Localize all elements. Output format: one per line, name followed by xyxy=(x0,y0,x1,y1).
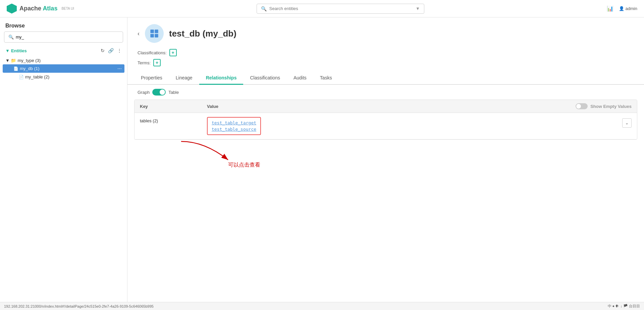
tab-audits[interactable]: Audits xyxy=(287,72,313,85)
sidebar-tree: ▼ 📁 my_type (3) 📄 my_db (1) ⋯ 📄 my_table… xyxy=(0,56,127,82)
tabs: Properties Lineage Relationships Classif… xyxy=(127,72,644,85)
sidebar: Browse 🔍 ▼ Entities ↻ 🔗 ⋮ ▼ 📁 my_type (3… xyxy=(0,17,127,302)
show-empty-label: Show Empty Values xyxy=(590,104,632,109)
sidebar-search-icon: 🔍 xyxy=(8,35,14,40)
terms-label: Terms: xyxy=(138,60,151,65)
group-label: my_type (3) xyxy=(17,58,41,63)
back-button[interactable]: ‹ xyxy=(138,30,140,37)
tree-group-header[interactable]: ▼ 📁 my_type (3) xyxy=(3,57,124,64)
link-icon[interactable]: 🔗 xyxy=(108,48,114,53)
add-classification-button[interactable]: + xyxy=(169,49,177,56)
svg-rect-1 xyxy=(155,29,158,33)
statusbar-right: 中 ● 🗣 ↓ 🏴 台目目 xyxy=(608,304,640,309)
chevron-down-icon: ▼ xyxy=(5,48,10,53)
status-url: 192.168.202.31:21000/n/index.html#!/deta… xyxy=(4,304,154,308)
user-menu[interactable]: 👤 admin xyxy=(619,6,637,11)
classifications-label: Classifications: xyxy=(138,50,167,55)
tree-item-label: my_db (1) xyxy=(20,66,40,71)
topnav: Apache Atlas BETA UI 🔍 ▼ 📊 👤 admin xyxy=(0,0,644,17)
key-column-header: Key xyxy=(140,104,207,109)
row-action: ⌄ xyxy=(622,117,632,128)
file-icon: 📄 xyxy=(19,75,24,79)
annotation-arrow xyxy=(178,140,245,167)
expand-button[interactable]: ⌄ xyxy=(622,118,632,128)
entity-header: ‹ test_db (my_db) xyxy=(127,17,644,46)
sidebar-section: ▼ Entities ↻ 🔗 ⋮ xyxy=(0,45,127,56)
value-link-2[interactable]: test_table_source xyxy=(212,127,256,132)
row-key: tables (2) xyxy=(140,117,207,123)
status-icons: 中 ● 🗣 ↓ 🏴 台目目 xyxy=(608,304,640,309)
svg-rect-2 xyxy=(150,34,154,38)
toggle-knob xyxy=(160,89,165,95)
tab-properties[interactable]: Properties xyxy=(134,72,169,85)
sidebar-search-box: 🔍 xyxy=(4,32,123,43)
refresh-icon[interactable]: ↻ xyxy=(101,48,105,53)
table-label: Table xyxy=(168,90,179,95)
relationships-table: Key Value Show Empty Values tables (2) t… xyxy=(134,100,637,140)
entity-icon xyxy=(145,24,164,43)
content-area: ‹ test_db (my_db) Classifications: + Ter… xyxy=(127,17,644,302)
entity-title: test_db (my_db) xyxy=(169,28,236,39)
main-layout: Browse 🔍 ▼ Entities ↻ 🔗 ⋮ ▼ 📁 my_type (3… xyxy=(0,17,644,302)
tab-tasks[interactable]: Tasks xyxy=(313,72,339,85)
add-term-button[interactable]: + xyxy=(153,59,161,66)
entities-label[interactable]: ▼ Entities xyxy=(5,48,27,53)
tab-lineage[interactable]: Lineage xyxy=(169,72,199,85)
search-icon: 🔍 xyxy=(261,6,267,11)
sidebar-title: Browse xyxy=(0,17,127,32)
logo-icon xyxy=(7,4,17,14)
table-row: tables (2) test_table_target test_table_… xyxy=(135,113,637,139)
file-icon: 📄 xyxy=(13,66,18,71)
folder-icon: ▼ 📁 xyxy=(5,58,16,63)
value-link-1[interactable]: test_table_target xyxy=(212,120,256,125)
value-column-header: Value xyxy=(207,104,576,109)
value-box: test_table_target test_table_source xyxy=(207,117,261,135)
view-toggle-switch[interactable] xyxy=(152,89,166,96)
tab-relationships[interactable]: Relationships xyxy=(199,72,244,85)
tree-item-my-table[interactable]: 📄 my_table (2) xyxy=(3,73,124,81)
sidebar-search-input[interactable] xyxy=(16,35,119,40)
statusbar: 192.168.202.31:21000/n/index.html#!/deta… xyxy=(0,302,644,310)
show-empty-knob xyxy=(576,104,581,109)
show-empty-toggle: Show Empty Values xyxy=(576,103,632,109)
logo-text: Apache Atlas xyxy=(19,5,57,12)
beta-label: BETA UI xyxy=(61,7,74,10)
svg-rect-0 xyxy=(150,29,154,33)
tab-classifications[interactable]: Classifications xyxy=(243,72,286,85)
annotation-text: 可以点击查看 xyxy=(228,162,260,169)
logo-area: Apache Atlas BETA UI xyxy=(7,4,74,14)
graph-label: Graph xyxy=(138,90,150,95)
item-more-icon[interactable]: ⋯ xyxy=(117,66,122,71)
search-bar: 🔍 ▼ xyxy=(257,4,424,14)
show-empty-toggle-switch[interactable] xyxy=(576,103,588,109)
tree-item-my-db[interactable]: 📄 my_db (1) ⋯ xyxy=(3,64,124,73)
sidebar-actions: ↻ 🔗 ⋮ xyxy=(101,48,122,53)
search-dropdown-icon[interactable]: ▼ xyxy=(416,6,420,11)
nav-right: 📊 👤 admin xyxy=(607,5,637,12)
view-toggle: Graph Table xyxy=(127,85,644,100)
row-value: test_table_target test_table_source xyxy=(207,117,622,135)
entity-meta: Classifications: + Terms: + xyxy=(127,46,644,69)
more-icon[interactable]: ⋮ xyxy=(117,48,122,53)
terms-row: Terms: + xyxy=(138,59,634,66)
search-input[interactable] xyxy=(269,6,413,11)
classifications-row: Classifications: + xyxy=(138,49,634,56)
chart-icon[interactable]: 📊 xyxy=(607,5,613,12)
username: admin xyxy=(626,6,637,11)
tree-group: ▼ 📁 my_type (3) 📄 my_db (1) ⋯ 📄 my_table… xyxy=(3,56,124,82)
table-header: Key Value Show Empty Values xyxy=(135,100,637,113)
svg-rect-3 xyxy=(155,34,158,38)
user-icon: 👤 xyxy=(619,6,624,11)
tree-sub-item-label: my_table (2) xyxy=(25,74,49,79)
